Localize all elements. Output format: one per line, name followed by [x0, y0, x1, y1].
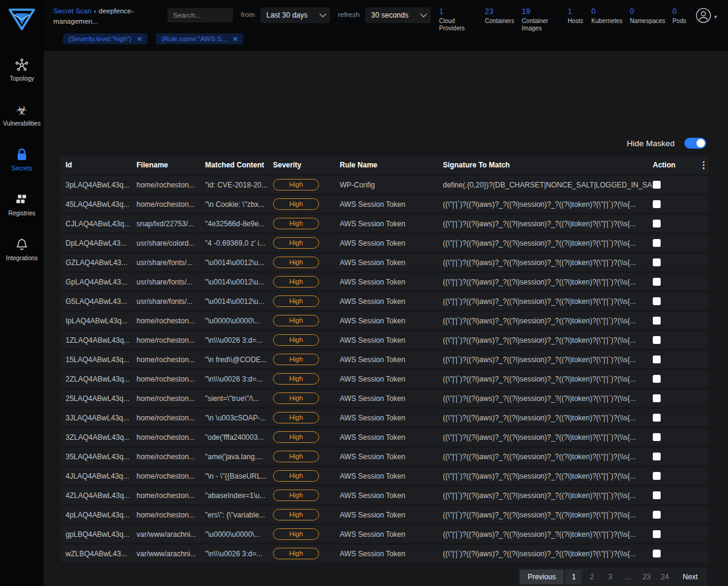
row-checkbox[interactable]: [653, 355, 661, 363]
page-button[interactable]: ...: [620, 570, 636, 584]
row-checkbox[interactable]: [653, 336, 661, 344]
hide-masked-toggle[interactable]: [684, 138, 706, 149]
row-checkbox[interactable]: [653, 511, 661, 519]
cell-id: 3pLAQ4ABwL43q...: [66, 181, 136, 189]
table-row[interactable]: 15LAQ4ABwL43q... home/rocheston... "\n f…: [61, 351, 709, 368]
avatar-icon: [695, 7, 712, 26]
table-row[interactable]: 45LAQ4ABwL43q... home/rocheston... "\n C…: [61, 195, 709, 213]
sidebar-item-integrations[interactable]: Integrations: [0, 232, 44, 267]
sidebar-item-label: Registries: [8, 210, 35, 217]
table-row[interactable]: 2ZLAQ4ABwL43q... home/rocheston... "\n\\…: [61, 370, 709, 388]
page-button[interactable]: 2: [584, 570, 600, 584]
page-button[interactable]: 3: [602, 570, 618, 584]
table-row[interactable]: 25LAQ4ABwL43q... home/rocheston... "sien…: [61, 389, 709, 407]
table-row[interactable]: 1ZLAQ4ABwL43q... home/rocheston... "\n\\…: [61, 331, 709, 349]
row-checkbox[interactable]: [653, 220, 661, 227]
sidebar-item-registries[interactable]: Registries: [0, 187, 44, 222]
table-row[interactable]: 3JLAQ4ABwL43q... home/rocheston... "\n \…: [61, 409, 709, 426]
chevron-down-icon: [420, 10, 426, 17]
row-checkbox[interactable]: [653, 375, 661, 383]
filter-chip[interactable]: (Severity.level:"high") ✕: [63, 33, 147, 44]
row-checkbox[interactable]: [653, 317, 661, 325]
stat-item[interactable]: 1 Cloud Providers: [439, 8, 476, 32]
row-checkbox[interactable]: [653, 181, 661, 189]
row-checkbox[interactable]: [653, 414, 661, 422]
table-row[interactable]: 4JLAQ4ABwL43q... home/rocheston... "\n -…: [61, 467, 709, 485]
previous-page-button[interactable]: Previous: [520, 570, 564, 584]
cell-filename: home/rocheston...: [136, 336, 205, 345]
page-button[interactable]: 23: [638, 570, 655, 584]
page-button[interactable]: 24: [656, 570, 673, 584]
cell-signature: ((\"|'|`)?((?i)aws)?_?((?i)session)?_?((…: [443, 414, 653, 422]
table-row[interactable]: CJLAQ4ABwL43q... snap/lxd/22753/... "4e3…: [61, 215, 709, 232]
table-row[interactable]: IpLAQ4ABwL43q... home/rocheston... "\u00…: [61, 312, 709, 329]
sidebar-item-topology[interactable]: Topology: [0, 52, 44, 87]
stat-value: 1: [568, 8, 582, 16]
stat-item[interactable]: 0 Kubernetes: [592, 8, 621, 32]
table-row[interactable]: DpLAQ4ABwL43... usr/share/colord... "4 -…: [61, 234, 709, 252]
next-page-button[interactable]: Next: [675, 570, 706, 584]
row-checkbox[interactable]: [653, 530, 661, 538]
table-row[interactable]: gpLBQ4ABwL43q... var/www/arachni... "\u0…: [61, 525, 709, 543]
cell-action: [653, 258, 699, 266]
stat-item[interactable]: 0 Namespaces: [630, 8, 663, 32]
row-checkbox[interactable]: [653, 394, 661, 402]
chevron-down-icon: [319, 10, 326, 17]
from-label: from: [241, 11, 255, 18]
table-row[interactable]: wZLBQ4ABwL43... var/www/arachni... "\n\\…: [61, 545, 709, 562]
row-checkbox[interactable]: [653, 453, 661, 460]
table-row[interactable]: G5LAQ4ABwL43... usr/share/fonts/... "\u0…: [61, 292, 709, 310]
cell-severity: High: [273, 470, 340, 482]
search-input[interactable]: [167, 8, 233, 22]
col-header-action: Action: [653, 161, 699, 169]
cell-rule-name: AWS Session Token: [340, 530, 443, 539]
cell-matched-content: "id: CVE-2018-20...: [205, 181, 273, 189]
sidebar-item-vulnerabilities[interactable]: ☣ Vulnerabilities: [0, 97, 44, 132]
stat-item[interactable]: 1 Hosts: [568, 8, 582, 32]
table-row[interactable]: 35LAQ4ABwL43q... home/rocheston... "ame(…: [61, 448, 709, 465]
table-row[interactable]: GZLAQ4ABwL43... usr/share/fonts/... "\u0…: [61, 254, 709, 271]
table-row[interactable]: GpLAQ4ABwL43... usr/share/fonts/... "\u0…: [61, 273, 709, 291]
table-row[interactable]: 3ZLAQ4ABwL43q... home/rocheston... "ode(…: [61, 428, 709, 446]
filter-chip-label: (Severity.level:"high"): [69, 35, 132, 42]
cell-rule-name: AWS Session Token: [340, 414, 443, 422]
row-checkbox[interactable]: [653, 433, 661, 441]
cell-action: [653, 220, 699, 227]
table-row[interactable]: 4pLAQ4ABwL43q... home/rocheston... "ers\…: [61, 506, 709, 524]
row-checkbox[interactable]: [653, 200, 661, 208]
row-checkbox[interactable]: [653, 550, 661, 557]
cell-signature: ((\"|'|`)?((?i)aws)?_?((?i)session)?_?((…: [443, 375, 653, 383]
cell-severity: High: [273, 237, 340, 249]
deepfence-logo-icon[interactable]: [8, 6, 36, 34]
refresh-interval-select[interactable]: 30 seconds: [365, 7, 431, 23]
severity-badge: High: [273, 451, 319, 462]
row-checkbox[interactable]: [653, 472, 661, 480]
table-row[interactable]: 3pLAQ4ABwL43q... home/rocheston... "id: …: [61, 176, 709, 194]
table-row[interactable]: 4ZLAQ4ABwL43q... home/rocheston... "abas…: [61, 487, 709, 504]
page-button[interactable]: 1: [565, 570, 582, 584]
cell-severity: High: [273, 431, 340, 443]
time-range-select[interactable]: Last 30 days: [260, 7, 330, 23]
remove-filter-icon[interactable]: ✕: [137, 35, 143, 42]
remove-filter-icon[interactable]: ✕: [232, 35, 238, 42]
severity-badge: High: [273, 490, 319, 501]
cell-severity: High: [273, 354, 340, 365]
row-checkbox[interactable]: [653, 258, 661, 266]
sidebar-item-secrets[interactable]: Secrets: [0, 142, 44, 177]
user-menu[interactable]: ▾: [695, 4, 717, 26]
topology-icon: [15, 58, 29, 72]
row-checkbox[interactable]: [653, 278, 661, 286]
stat-item[interactable]: 0 Pods: [672, 8, 686, 32]
stat-item[interactable]: 23 Containers: [485, 8, 513, 32]
cell-filename: home/rocheston...: [136, 200, 205, 209]
cell-action: [653, 278, 699, 286]
row-checkbox[interactable]: [653, 239, 661, 247]
filter-chips: (Severity.level:"high") ✕ (Rule.name:"AW…: [53, 29, 717, 51]
breadcrumb-secret-scan-link[interactable]: Secret Scan: [53, 7, 92, 15]
filter-chip[interactable]: (Rule.name:"AWS S... ✕: [156, 33, 243, 44]
cell-rule-name: AWS Session Token: [340, 278, 443, 286]
stat-item[interactable]: 19 Container Images: [522, 8, 559, 32]
kebab-menu-icon[interactable]: ⋮: [699, 160, 709, 170]
row-checkbox[interactable]: [653, 491, 661, 499]
row-checkbox[interactable]: [653, 297, 661, 305]
